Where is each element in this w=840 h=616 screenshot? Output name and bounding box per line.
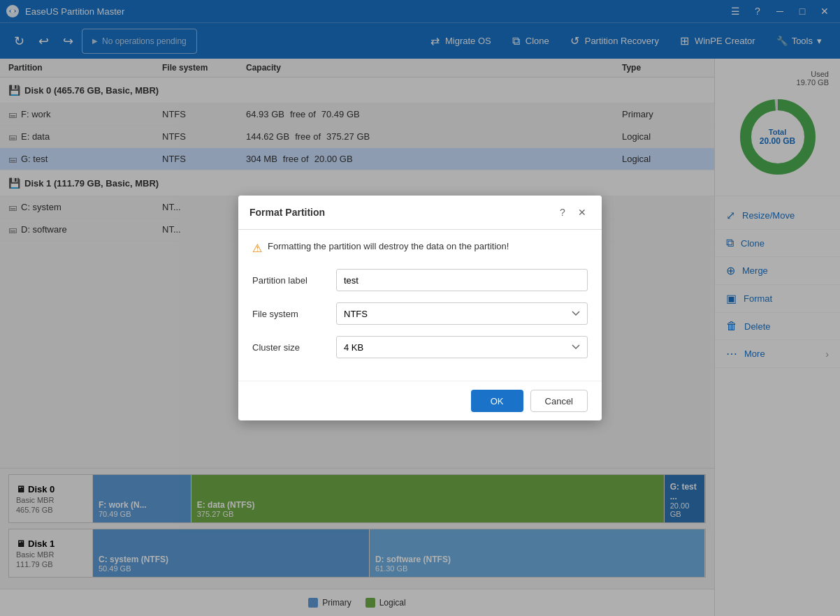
modal-title: Format Partition [249, 207, 325, 218]
dialog-ok-button[interactable]: OK [471, 390, 523, 412]
partition-label-label: Partition label [252, 275, 336, 286]
dialog-help-button[interactable]: ? [554, 204, 571, 221]
partition-label-row: Partition label [252, 269, 588, 291]
modal-warning: ⚠ Formatting the partition will destroy … [252, 241, 588, 255]
modal-header-buttons: ? ✕ [554, 204, 591, 221]
warning-text: Formatting the partition will destroy th… [268, 241, 509, 251]
modal-footer: OK Cancel [238, 381, 602, 420]
dialog-cancel-button[interactable]: Cancel [530, 390, 588, 412]
warning-icon: ⚠ [252, 242, 262, 255]
cluster-size-row: Cluster size 512 B 1 KB 2 KB 4 KB 8 KB 1… [252, 336, 588, 358]
cluster-size-select[interactable]: 512 B 1 KB 2 KB 4 KB 8 KB 16 KB 32 KB 64… [336, 336, 588, 358]
modal-header: Format Partition ? ✕ [238, 196, 602, 230]
file-system-row: File system NTFS FAT32 exFAT EXT2 EXT3 E… [252, 302, 588, 325]
modal-overlay: Format Partition ? ✕ ⚠ Formatting the pa… [0, 0, 840, 616]
cluster-size-label: Cluster size [252, 342, 336, 353]
file-system-select[interactable]: NTFS FAT32 exFAT EXT2 EXT3 EXT4 [336, 302, 588, 325]
partition-label-input[interactable] [336, 269, 588, 291]
file-system-label: File system [252, 309, 336, 319]
dialog-close-button[interactable]: ✕ [574, 204, 591, 221]
format-dialog: Format Partition ? ✕ ⚠ Formatting the pa… [238, 196, 602, 420]
modal-body: ⚠ Formatting the partition will destroy … [238, 230, 602, 381]
